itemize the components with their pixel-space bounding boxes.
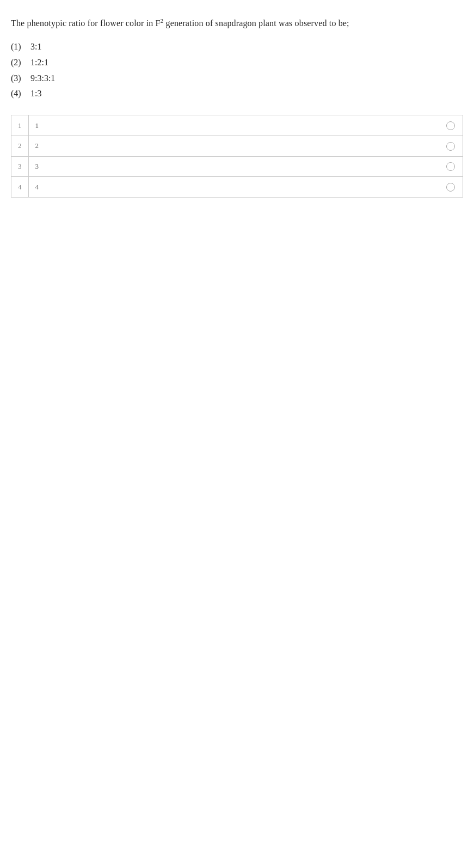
row-label-2: 2 [28, 136, 440, 156]
option-2-num: (2) [11, 55, 26, 71]
table-row[interactable]: 1 1 [11, 115, 463, 136]
row-radio-2[interactable] [440, 136, 463, 156]
row-label-3: 3 [28, 156, 440, 177]
row-number-1: 1 [11, 115, 29, 136]
option-1-value: 3:1 [30, 39, 41, 55]
row-label-1: 1 [28, 115, 440, 136]
row-radio-4[interactable] [440, 177, 463, 198]
option-4-num: (4) [11, 86, 26, 102]
table-row[interactable]: 3 3 [11, 156, 463, 177]
table-row[interactable]: 2 2 [11, 136, 463, 156]
options-list: (1) 3:1 (2) 1:2:1 (3) 9:3:3:1 (4) 1:3 [11, 39, 463, 102]
answer-table: 1 1 2 2 3 3 4 4 [11, 115, 463, 198]
question-text: The phenotypic ratio for flower color in… [11, 16, 463, 30]
row-number-4: 4 [11, 177, 29, 198]
row-radio-3[interactable] [440, 156, 463, 177]
radio-button-1[interactable] [446, 121, 455, 130]
option-1-num: (1) [11, 39, 26, 55]
question-container: The phenotypic ratio for flower color in… [11, 16, 463, 198]
option-3-num: (3) [11, 71, 26, 87]
option-3: (3) 9:3:3:1 [11, 71, 463, 87]
row-number-2: 2 [11, 136, 29, 156]
radio-button-2[interactable] [446, 142, 455, 151]
option-4-value: 1:3 [30, 86, 41, 102]
option-2-value: 1:2:1 [30, 55, 48, 71]
row-number-3: 3 [11, 156, 29, 177]
radio-button-4[interactable] [446, 183, 455, 192]
option-4: (4) 1:3 [11, 86, 463, 102]
row-radio-1[interactable] [440, 115, 463, 136]
table-row[interactable]: 4 4 [11, 177, 463, 198]
option-3-value: 9:3:3:1 [30, 71, 55, 87]
radio-button-3[interactable] [446, 162, 455, 171]
option-1: (1) 3:1 [11, 39, 463, 55]
option-2: (2) 1:2:1 [11, 55, 463, 71]
row-label-4: 4 [28, 177, 440, 198]
